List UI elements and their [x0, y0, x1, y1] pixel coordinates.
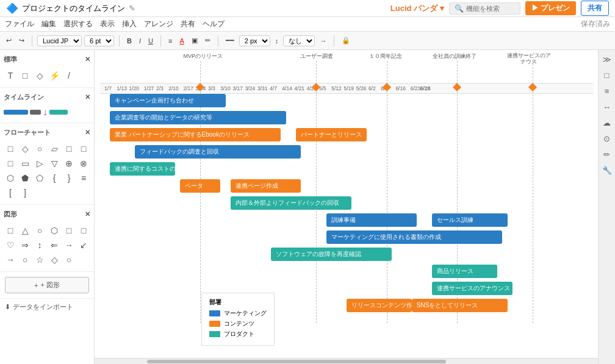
fc-tri[interactable]: ▽	[48, 157, 61, 170]
fc-brace[interactable]: {	[48, 171, 61, 185]
fc-rect2[interactable]: □	[62, 142, 76, 155]
fc-bracket1[interactable]: }	[62, 171, 76, 185]
sh-arrow-r[interactable]: ⇒	[18, 238, 32, 252]
sh-diamond[interactable]: ◇	[48, 253, 61, 266]
timeline-section-header[interactable]: タイムライン ✕	[4, 90, 90, 104]
flowchart-close-icon[interactable]: ✕	[85, 129, 90, 137]
bar-training-prep[interactable]: 訓練事備	[326, 213, 417, 227]
bar-marketing-docs[interactable]: マーケティングに使用される書類の作成	[326, 230, 503, 244]
right-shapes-icon[interactable]: □	[600, 68, 614, 82]
diamond-tool[interactable]: ◇	[33, 69, 46, 82]
canvas-area[interactable]: MVPのリリース ユーザー調査 １０周年記念 全社員の訓練終了 連携サービスのア…	[95, 50, 598, 364]
scrollbar-thumb[interactable]	[147, 360, 446, 363]
bar-campaign[interactable]: キャンペーン企画打ち合わせ	[110, 94, 226, 107]
right-collapse-icon[interactable]: ≫	[600, 52, 614, 66]
fc-oct[interactable]: ⬠	[33, 171, 46, 185]
fc-rect3[interactable]: □	[77, 142, 90, 155]
action-tool[interactable]: ⚡	[48, 69, 61, 82]
bar-service-announce[interactable]: 連携サービスのアナウンス	[432, 282, 512, 295]
menu-edit[interactable]: 編集	[41, 19, 56, 29]
fc-cross[interactable]: ⊗	[77, 157, 90, 170]
bar-beta[interactable]: ベータ	[180, 179, 220, 193]
line-style-button[interactable]: ━━	[223, 35, 237, 46]
fc-rect5[interactable]: ▭	[18, 157, 32, 170]
menu-select[interactable]: 選択する	[63, 19, 93, 29]
fc-bracket2[interactable]: ≡	[77, 171, 90, 185]
fc-circle[interactable]: ○	[33, 142, 46, 155]
bar-ebook[interactable]: 業業 パートナーシップに関するEbookのリリース	[110, 128, 281, 141]
fc-arrow[interactable]: ▷	[33, 157, 46, 170]
standard-section-header[interactable]: 標準 ✕	[4, 52, 90, 66]
line-tool[interactable]: /	[62, 69, 76, 82]
fc-diamond[interactable]: ◇	[18, 142, 32, 155]
arrow-end-select[interactable]: なし	[283, 35, 315, 46]
sh-hex[interactable]: ⬡	[48, 224, 61, 237]
tl-arrow[interactable]: ↓	[43, 107, 48, 118]
sh-arrow-r3[interactable]: →	[4, 253, 17, 266]
sh-circle3[interactable]: ○	[62, 253, 76, 266]
bar-cost-research[interactable]: 連携に関するコストの調査	[110, 162, 175, 176]
tl-bar-teal[interactable]	[49, 110, 68, 115]
sh-arrow-r2[interactable]: →	[62, 238, 76, 252]
shapes-close-icon[interactable]: ✕	[85, 210, 90, 218]
edit-title-icon[interactable]: ✎	[129, 4, 135, 13]
sh-heart[interactable]: ♡	[4, 238, 17, 252]
undo-button[interactable]: ↩	[4, 35, 14, 46]
right-resize-icon[interactable]: ↔	[600, 100, 614, 113]
right-list-icon[interactable]: ≡	[600, 84, 614, 98]
arrow-style-button[interactable]: ↕	[273, 36, 281, 46]
standard-close-icon[interactable]: ✕	[85, 55, 90, 63]
sh-arrow-dl[interactable]: ↙	[77, 238, 90, 252]
menu-file[interactable]: ファイル	[5, 19, 34, 29]
sh-rect3[interactable]: □	[77, 224, 90, 237]
sh-rect2[interactable]: □	[62, 224, 76, 237]
sh-tri[interactable]: △	[18, 224, 32, 237]
menu-view[interactable]: 表示	[100, 19, 115, 29]
redo-button[interactable]: ↪	[16, 35, 27, 46]
sh-arrow-ud[interactable]: ↕	[33, 238, 46, 252]
feature-search-input[interactable]	[466, 5, 515, 12]
rect-tool[interactable]: □	[18, 69, 32, 82]
bar-feedback-survey[interactable]: フィードバックの調査と回収	[135, 145, 301, 159]
import-data-button[interactable]: ⬇ データをインポート	[0, 298, 94, 315]
fill-color-button[interactable]: ▣	[189, 35, 200, 46]
menu-share[interactable]: 共有	[181, 19, 195, 29]
tl-bar-blue[interactable]	[4, 110, 28, 115]
right-edit-icon[interactable]: ✏	[600, 148, 614, 161]
shapes-section-header[interactable]: 図形 ✕	[4, 207, 90, 221]
fc-pent[interactable]: ⬟	[18, 171, 32, 185]
right-eye-icon[interactable]: ⊙	[600, 132, 614, 145]
sh-star[interactable]: ☆	[33, 253, 46, 266]
menu-help[interactable]: ヘルプ	[203, 19, 225, 29]
line-width-select[interactable]: 2 px	[239, 35, 270, 46]
align-left-button[interactable]: ≡	[166, 36, 174, 46]
fc-plus[interactable]: ⊕	[62, 157, 76, 170]
fc-bracket4[interactable]: ]	[18, 186, 32, 199]
lock-button[interactable]: 🔒	[339, 35, 353, 46]
right-cloud-icon[interactable]: ☁	[600, 116, 614, 129]
present-button[interactable]: ▶ プレゼン	[525, 1, 576, 15]
add-shape-button[interactable]: + + 図形	[5, 277, 89, 293]
text-color-button[interactable]: A	[177, 36, 186, 46]
fc-hex[interactable]: ⬡	[4, 171, 17, 185]
bar-sales-training[interactable]: セールス訓練	[432, 213, 508, 227]
sh-arrow-l[interactable]: ⇐	[48, 238, 61, 252]
font-size-select[interactable]: 6 pt	[84, 35, 114, 46]
flowchart-section-header[interactable]: フローチャート ✕	[4, 126, 90, 140]
arrow-right-button[interactable]: →	[317, 36, 329, 46]
bar-product-release[interactable]: 商品リリース	[432, 265, 497, 278]
bar-software-check[interactable]: ソフトウェアの故障を再度確認	[271, 248, 392, 261]
italic-button[interactable]: I	[137, 36, 143, 46]
bold-button[interactable]: B	[124, 36, 134, 46]
tl-line[interactable]	[30, 110, 41, 115]
fc-para[interactable]: ▱	[48, 142, 61, 155]
bar-internal-feedback[interactable]: 内部＆外部よりフィードバックの回収	[231, 196, 351, 210]
bar-sns-release[interactable]: SNSをとしてリリース	[412, 299, 508, 312]
timeline-close-icon[interactable]: ✕	[85, 93, 90, 101]
menu-arrange[interactable]: アレンジ	[144, 19, 173, 29]
underline-button[interactable]: U	[146, 36, 156, 46]
fc-rect4[interactable]: □	[4, 157, 17, 170]
sh-rect[interactable]: □	[4, 224, 17, 237]
bar-research[interactable]: 企業調査等の開始とデータの研究等	[110, 111, 286, 124]
share-button[interactable]: 共有	[581, 1, 609, 16]
